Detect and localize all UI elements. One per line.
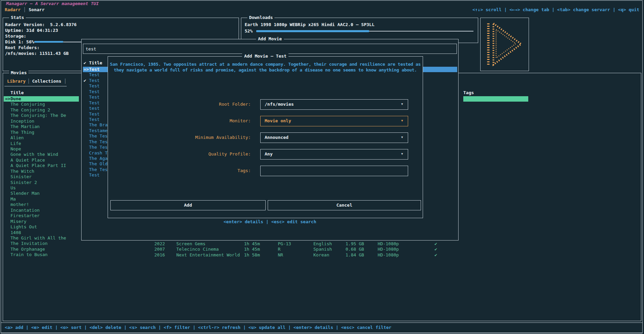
movie-list-item[interactable]: Alien <box>4 135 79 141</box>
root-folder-value: /nfs/movies: 11511.43 GB <box>5 51 69 56</box>
add-movie-popup-title: Add Movie <box>256 36 284 41</box>
movie-list-item[interactable]: Sinister 2 <box>4 180 79 185</box>
result-title: Test <box>89 72 99 77</box>
movie-title: A Quiet Place Part II <box>10 163 66 168</box>
result-title: Test <box>89 117 99 122</box>
movie-title: Alien <box>10 135 24 140</box>
cancel-button[interactable]: Cancel <box>268 200 421 210</box>
movie-detail-row[interactable]: 2022Screen Gems1h 45mPG-13English1.95 GB… <box>3 241 528 247</box>
movie-list-item[interactable]: Nope <box>4 146 79 152</box>
movie-list-item[interactable]: Ma <box>4 196 79 202</box>
result-title: test <box>89 106 99 111</box>
download-progress-track <box>369 31 473 32</box>
result-title: Test <box>89 100 99 105</box>
movie-list-item[interactable]: A Quiet Place <box>4 158 79 163</box>
movie-list-item[interactable]: Slender Man <box>4 191 79 196</box>
selected-row-tags-cell <box>463 96 528 102</box>
movie-list-item[interactable]: Lights Out <box>4 224 79 230</box>
field-value: Announced <box>265 135 288 140</box>
field-dropdown[interactable]: Movie only ▼ <box>260 116 408 126</box>
movie-title: Misery <box>10 219 26 224</box>
downloads-panel-title: Downloads <box>247 15 274 20</box>
chevron-down-icon: ▼ <box>401 135 403 139</box>
download-item-title: Earth 1998 1080p WEBRip x265 Hindi AAC2.… <box>245 22 375 27</box>
movie-list-item[interactable]: The Martian <box>4 124 79 129</box>
movie-list-item[interactable]: Gone with the Wind <box>4 152 79 157</box>
movie-year: 2016 <box>154 252 165 258</box>
monitored-check-icon: ✔ <box>435 247 437 252</box>
tab-collections[interactable]: Collections <box>32 79 61 84</box>
popup-keybinds-hint: <enter> details | <esc> edit search <box>82 219 458 224</box>
movie-quality-profile: HD-1080p <box>378 252 399 258</box>
tabs-underline <box>4 86 67 86</box>
logo-panel <box>480 18 529 71</box>
movie-year: 2007 <box>154 247 165 252</box>
modal-fields: Root Folder: /nfs/movies ▼ Monitor: Movi… <box>108 99 423 182</box>
movie-detail-row[interactable]: 2007Telecinco Cinema1h 45mRSpanish0.68 G… <box>3 247 528 252</box>
result-title: The Test <box>89 145 110 150</box>
top-keybinds-hint: <↑↓> scroll | <←→> change tab | <tab> ch… <box>472 7 639 12</box>
field-value: Any <box>265 151 272 156</box>
movie-runtime: 1h 58m <box>244 252 260 258</box>
field-label: Quality Profile: <box>208 151 251 156</box>
tab-sonarr[interactable]: Sonarr <box>29 7 45 12</box>
selection-marker: => <box>5 96 10 102</box>
movie-list-item[interactable]: The Conjuring 2 <box>4 107 79 113</box>
movies-panel-title: Movies <box>9 70 28 75</box>
field-dropdown[interactable]: /nfs/movies ▼ <box>260 99 408 110</box>
tab-separator: │ <box>64 79 67 84</box>
radarr-version: Radarr Version: 5.2.6.8376 <box>5 22 76 27</box>
modal-field-row: Quality Profile: Any ▼ <box>108 149 423 166</box>
movie-title: Inception <box>10 119 34 124</box>
tab-separator: │ <box>21 7 29 12</box>
movie-quality-profile: HD-1080p <box>378 241 399 247</box>
field-dropdown[interactable]: Any ▼ <box>260 149 408 160</box>
result-title: The Test <box>89 139 110 144</box>
app-title: Managarr — A Servarr management TUI <box>5 1 100 6</box>
movie-detail-row[interactable]: 2016Next Entertainment World1h 58mNRKore… <box>3 252 528 258</box>
chevron-down-icon: ▼ <box>401 102 403 106</box>
movie-list-item[interactable]: Inception <box>4 119 79 124</box>
add-button[interactable]: Add <box>110 200 266 210</box>
in-library-column-header: ✔ <box>84 60 86 65</box>
movie-description: San Francisco, 1985. Two opposites attra… <box>108 62 423 73</box>
field-dropdown[interactable]: Announced ▼ <box>260 132 408 143</box>
movie-list-item[interactable]: The Conjuring <box>4 102 79 107</box>
field-label: Root Folder: <box>219 102 251 107</box>
movie-list-item[interactable]: A Quiet Place Part II <box>4 163 79 168</box>
movie-size: 1.84 GB <box>346 252 364 258</box>
result-title: The Old <box>89 161 108 166</box>
modal-field-row: Monitor: Movie only ▼ <box>108 116 423 132</box>
movie-list-item[interactable]: =>Dune <box>4 96 79 102</box>
movie-list-item[interactable]: Firestarter <box>4 213 79 218</box>
movie-list-item[interactable]: Sinister <box>4 174 79 180</box>
movie-title: Sinister <box>10 174 32 179</box>
movie-year: 2022 <box>154 241 165 247</box>
movie-list-item[interactable]: mother! <box>4 202 79 207</box>
result-title: Test <box>89 95 99 100</box>
movie-detail-rows: 2022Screen Gems1h 45mPG-13English1.95 GB… <box>3 241 528 258</box>
movie-quality-profile: HD-1080p <box>378 247 399 252</box>
tab-radarr[interactable]: Radarr <box>5 7 21 12</box>
movie-list-item[interactable]: Misery <box>4 219 79 224</box>
movie-list-item[interactable]: The Witch <box>4 169 79 174</box>
movie-list-item[interactable]: The Thing <box>4 130 79 135</box>
field-dropdown[interactable] <box>260 166 408 176</box>
movie-title: mother! <box>10 202 29 207</box>
movie-list-item[interactable]: 1408 <box>4 230 79 235</box>
movie-list-item[interactable]: Incantation <box>4 208 79 213</box>
movie-search-input[interactable] <box>83 44 457 54</box>
movie-list-item[interactable]: Life <box>4 141 79 146</box>
movie-certification: R <box>278 247 281 252</box>
movie-size: 1.95 GB <box>346 241 364 247</box>
storage-label: Storage: <box>5 34 26 39</box>
result-title: Test <box>89 89 99 94</box>
result-title: The Test <box>89 133 110 139</box>
chevron-down-icon: ▼ <box>401 152 403 155</box>
movie-list-item[interactable]: The Conjuring: The De <box>4 113 79 118</box>
movie-list-item[interactable]: The Girl with All the <box>4 235 79 241</box>
result-title: Test <box>89 172 99 178</box>
tab-library[interactable]: Library <box>7 79 26 84</box>
movie-list-item[interactable]: Us <box>4 185 79 191</box>
movie-title: Incantation <box>10 208 40 213</box>
